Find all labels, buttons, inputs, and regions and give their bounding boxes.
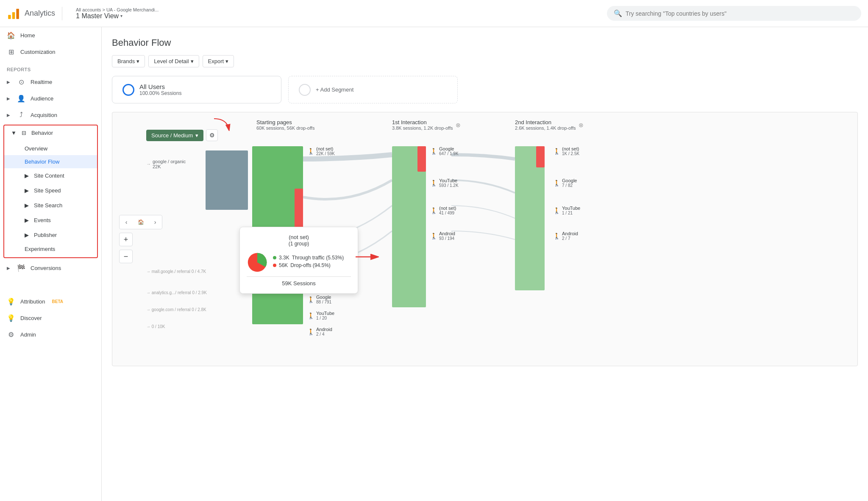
starting-node-2-title: YouTube <box>316 311 334 316</box>
sidebar-item-site-speed[interactable]: ▶ Site Speed <box>4 183 97 198</box>
starting-node-1-sub: 88 / 791 <box>316 300 331 304</box>
analytics-logo-icon <box>7 7 20 20</box>
interaction1-close-icon[interactable]: ⊗ <box>456 122 461 128</box>
sidebar-item-publisher[interactable]: ▶ Publisher <box>4 228 97 242</box>
int1-node-1[interactable]: 🚶 YouTube 593 / 1.2K <box>430 178 459 188</box>
sidebar-item-experiments[interactable]: Experiments <box>4 242 97 256</box>
sidebar-item-audience[interactable]: ▶ 👤 Audience <box>0 90 101 107</box>
int1-node-3-sub: 93 / 194 <box>439 236 455 241</box>
int2-node-1[interactable]: 🚶 Google 7 / 82 <box>553 178 577 188</box>
sidebar-item-site-speed-label: Site Speed <box>34 187 61 194</box>
flow-prev-button[interactable]: ‹ <box>120 215 133 229</box>
toolbar: Brands ▾ Level of Detail ▾ Export ▾ <box>112 55 858 67</box>
sidebar-item-behavior-flow-label: Behavior Flow <box>25 159 59 165</box>
int1-node-0-sub: 647 / 1.9K <box>439 151 459 156</box>
int1-node-2[interactable]: 🚶 (not set) 41 / 499 <box>430 206 456 215</box>
dropoffs-label: Drop-offs (94.5%) <box>290 262 330 268</box>
brands-button[interactable]: Brands ▾ <box>112 55 145 67</box>
sidebar-item-attribution[interactable]: 💡 Attribution BETA <box>0 293 101 310</box>
level-of-detail-chevron-icon: ▾ <box>191 58 194 64</box>
sidebar-item-conversions[interactable]: ▶ 🏁 Conversions <box>0 260 101 276</box>
source-other-value: 0 / 10K <box>152 324 165 329</box>
sidebar-item-behavior-flow[interactable]: Behavior Flow <box>4 155 97 168</box>
starting-node-3-title: Android <box>316 327 332 332</box>
segment-all-users[interactable]: All Users 100.00% Sessions <box>112 76 281 103</box>
green-dot-icon <box>273 256 276 259</box>
source-medium-box: Source / Medium ▾ ⚙ <box>146 129 218 141</box>
int2-node-3[interactable]: 🚶 Android 2 / 7 <box>553 231 578 241</box>
segments-row: All Users 100.00% Sessions + Add Segment <box>112 76 858 103</box>
int2-node-3-sub: 2 / 7 <box>562 236 578 241</box>
expand-icon: ▶ <box>25 232 29 238</box>
sidebar-item-behavior[interactable]: ▼ ⊟ Behavior <box>4 125 97 140</box>
tooltip-chart-row: 3.3K Through traffic (5.53%) 56K Drop-of… <box>247 252 351 273</box>
level-of-detail-label: Level of Detail <box>154 58 189 64</box>
int2-node-0[interactable]: 🚶 (not set) 1K / 2.5K <box>553 146 579 156</box>
source-google-organic-label: google / organic <box>153 159 186 164</box>
starting-node-2[interactable]: 🚶 YouTube 1 / 20 <box>307 311 334 320</box>
zoom-in-button[interactable]: + <box>119 233 133 246</box>
int2-node-0-sub: 1K / 2.5K <box>562 151 579 156</box>
sidebar-item-events[interactable]: ▶ Events <box>4 213 97 228</box>
flow-home-button[interactable]: 🏠 <box>134 215 147 229</box>
level-of-detail-button[interactable]: Level of Detail ▾ <box>148 55 199 67</box>
sidebar-item-site-search[interactable]: ▶ Site Search <box>4 198 97 213</box>
view-selector[interactable]: 1 Master View ▾ <box>76 12 159 20</box>
starting-node-0[interactable]: 🚶 (not set) 22K / 59K <box>307 146 335 156</box>
flow-next-button[interactable]: › <box>148 215 162 229</box>
expand-icon: ▶ <box>7 113 10 117</box>
sidebar-item-site-content[interactable]: ▶ Site Content <box>4 168 97 183</box>
reports-label: REPORTS <box>0 60 101 74</box>
sidebar-item-overview[interactable]: Overview <box>4 142 97 155</box>
int1-node-2-sub: 41 / 499 <box>439 211 456 215</box>
zoom-out-button[interactable]: − <box>119 250 133 263</box>
conversions-icon: 🏁 <box>17 264 25 272</box>
sidebar-item-customization[interactable]: ⊞ Customization <box>0 44 101 60</box>
person-icon: 🚶 <box>553 207 560 214</box>
source-medium-chevron-icon: ▾ <box>195 132 198 139</box>
interaction1-title: 1st Interaction <box>392 119 453 125</box>
sidebar-item-admin[interactable]: ⚙ Admin <box>0 326 101 343</box>
tooltip-dropoffs: 56K Drop-offs (94.5%) <box>273 262 344 268</box>
starting-node-3[interactable]: 🚶 Android 2 / 4 <box>307 327 332 337</box>
person-icon: 🚶 <box>307 296 314 303</box>
svg-rect-1 <box>12 12 15 19</box>
starting-node-3-sub: 2 / 4 <box>316 332 332 337</box>
starting-node-0-title: (not set) <box>316 146 335 151</box>
int1-node-0[interactable]: 🚶 Google 647 / 1.9K <box>430 146 459 156</box>
behavior-section: ▼ ⊟ Behavior Overview Behavior Flow ▶ Si… <box>3 125 98 258</box>
source-analytics-label: analytics.g.../ referral <box>152 290 191 295</box>
flow-diagram: ‹ 🏠 › + − Source / Medium ▾ ⚙ <box>112 112 858 366</box>
sidebar-item-conversions-label: Conversions <box>31 265 61 271</box>
export-label: Export <box>208 58 224 64</box>
expand-icon: ▶ <box>25 173 29 179</box>
sidebar-item-realtime[interactable]: ▶ ⊙ Realtime <box>0 74 101 90</box>
sidebar-item-discover[interactable]: 💡 Discover <box>0 310 101 326</box>
person-icon: 🚶 <box>430 180 437 186</box>
tooltip-stats: 3.3K Through traffic (5.53%) 56K Drop-of… <box>273 255 344 270</box>
add-segment-label: + Add Segment <box>316 86 353 93</box>
interaction2-dropoff <box>536 146 545 167</box>
audience-icon: 👤 <box>17 95 25 103</box>
search-input[interactable] <box>626 10 854 17</box>
starting-pages-sub: 60K sessions, 56K drop-offs <box>256 125 314 131</box>
interaction2-close-icon[interactable]: ⊗ <box>579 122 584 128</box>
int2-node-1-sub: 7 / 82 <box>562 183 577 188</box>
starting-node-1[interactable]: 🚶 Google 88 / 791 <box>307 295 331 304</box>
expand-icon: ▼ <box>11 130 17 136</box>
sidebar-item-acquisition[interactable]: ▶ ⤴ Acquisition <box>0 107 101 123</box>
sidebar-item-acquisition-label: Acquisition <box>31 112 57 118</box>
source-medium-select[interactable]: Source / Medium ▾ <box>146 130 203 141</box>
int1-node-1-sub: 593 / 1.2K <box>439 183 459 188</box>
sidebar-item-realtime-label: Realtime <box>31 79 52 85</box>
search-bar[interactable]: 🔍 <box>607 6 861 21</box>
page-title: Behavior Flow <box>112 37 858 48</box>
starting-node-2-sub: 1 / 20 <box>316 316 334 320</box>
add-segment-card[interactable]: + Add Segment <box>288 76 458 103</box>
sidebar-item-home[interactable]: 🏠 Home <box>0 27 101 44</box>
source-arrow-icon: → <box>146 307 150 312</box>
int1-node-3[interactable]: 🚶 Android 93 / 194 <box>430 231 455 241</box>
int2-node-2[interactable]: 🚶 YouTube 1 / 21 <box>553 206 580 215</box>
export-button[interactable]: Export ▾ <box>203 55 234 67</box>
person-icon: 🚶 <box>553 233 560 239</box>
